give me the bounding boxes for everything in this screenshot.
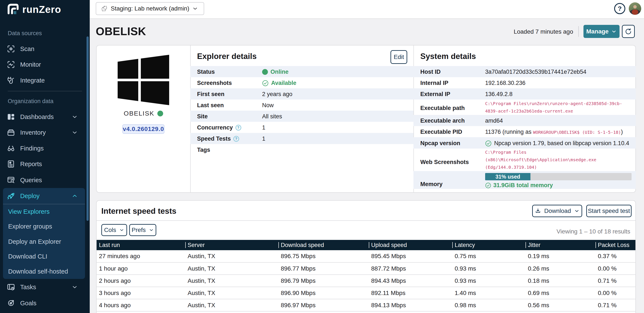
windows-logo	[118, 54, 169, 106]
org-switcher[interactable]: Staging: Lab network (admin)	[96, 2, 204, 15]
sidebar-item-reports[interactable]: Reports	[0, 157, 86, 171]
table-row: 27 minutes agoAustin, TX896.75 Mbps895.4…	[96, 250, 636, 262]
chevron-down-icon	[72, 284, 78, 290]
sidebar-item-integrate[interactable]: Integrate	[0, 74, 86, 87]
sidebar-item-deploy-an-explorer[interactable]: Deploy an Explorer	[3, 236, 85, 248]
detail-row-external-ip: External IP 136.49.2.8	[414, 88, 636, 100]
question-circle-icon[interactable]: ?	[236, 125, 241, 131]
logo-text: runZero	[22, 4, 61, 15]
table-cell: 0.93 ms	[452, 262, 526, 275]
tasks-icon	[6, 283, 16, 292]
table-cell: Austin, TX	[185, 250, 278, 262]
sidebar-item-dashboards[interactable]: Dashboards	[0, 110, 86, 124]
table-cell: 0.56 ms	[526, 299, 596, 311]
sidebar-item-scan[interactable]: Scan	[0, 42, 86, 55]
detail-row-executable-path: Executable path C:\Program Files\runZero…	[414, 100, 636, 115]
detail-row-host-id: Host ID 3a70afa01720d33c539b17441e72eb54	[414, 66, 636, 77]
table-cell: 896.79 Mbps	[278, 275, 369, 287]
manage-button[interactable]: Manage	[584, 25, 620, 38]
refresh-button[interactable]	[622, 25, 635, 38]
download-button[interactable]: Download	[532, 205, 582, 217]
sidebar-item-explorer-groups[interactable]: Explorer groups	[3, 220, 85, 232]
page-title: OBELISK	[96, 25, 146, 38]
column-header[interactable]: Latency	[452, 240, 526, 250]
table-cell: 1.40 ms	[452, 287, 526, 299]
explorer-details-title: Explorer details	[197, 52, 257, 61]
dashboards-icon	[6, 112, 16, 121]
sidebar-item-findings[interactable]: Findings	[0, 142, 86, 155]
org-switcher-icon	[101, 5, 108, 12]
memory-usage-bar: 31% used	[485, 173, 632, 180]
card-divider	[96, 220, 636, 221]
status-dot	[262, 69, 268, 75]
prefs-button[interactable]: Prefs	[129, 224, 156, 236]
sidebar-item-deploy[interactable]: Deploy	[3, 189, 85, 203]
detail-row-executable-pid: Executable PID 11376 (running as WORKGRO…	[414, 126, 636, 137]
start-speed-test-button[interactable]: Start speed test	[586, 205, 632, 217]
chevron-down-icon	[119, 227, 124, 233]
column-separator	[452, 242, 453, 248]
column-header[interactable]: Server	[185, 240, 278, 250]
sidebar-item-view-explorers[interactable]: View Explorers	[3, 206, 85, 218]
detail-row-tags: Tags	[190, 144, 414, 155]
runzero-logo-icon	[6, 2, 19, 16]
table-cell: Austin, TX	[185, 287, 278, 299]
version-badge[interactable]: v4.0.260129.0	[122, 124, 164, 134]
sidebar-item-download-cli[interactable]: Download CLI	[3, 250, 85, 262]
table-cell: 27 minutes ago	[96, 250, 185, 262]
table-cell: 0.18 ms	[526, 275, 596, 287]
help-icon[interactable]: ?	[614, 3, 625, 14]
org-switcher-label: Staging: Lab network (admin)	[111, 5, 189, 12]
sidebar-scrollbar[interactable]	[86, 36, 89, 221]
column-separator	[526, 242, 526, 248]
avatar[interactable]	[629, 2, 641, 15]
deploy-rocket-icon	[6, 191, 16, 200]
runzero-logo[interactable]: runZero	[6, 2, 61, 16]
sidebar-item-monitor[interactable]: Monitor	[0, 58, 86, 71]
chevron-down-icon	[72, 129, 78, 136]
speed-tests-title: Internet speed tests	[101, 207, 176, 216]
table-cell: 894.13 Mbps	[369, 299, 452, 311]
table-row: 1 hour agoAustin, TX896.77 Mbps887.72 Mb…	[96, 262, 636, 275]
column-header[interactable]: Jitter	[526, 240, 596, 250]
table-cell: 0.00 %	[596, 287, 636, 299]
table-cell: 0.75 ms	[452, 250, 526, 262]
edit-button[interactable]: Edit	[390, 50, 407, 64]
table-cell: Austin, TX	[185, 275, 278, 287]
chevron-down-icon	[611, 29, 617, 34]
system-details-title: System details	[420, 52, 476, 61]
table-cell: 896.90 Mbps	[278, 287, 369, 299]
table-cell: 894.43 Mbps	[369, 275, 452, 287]
cols-button[interactable]: Cols	[101, 224, 127, 236]
table-cell: 0.26 ms	[526, 262, 596, 275]
reports-icon	[6, 159, 16, 168]
header-divider	[578, 26, 579, 37]
table-cell: 0.69 ms	[526, 287, 596, 299]
column-header[interactable]: Packet Loss	[596, 240, 636, 250]
question-circle-icon[interactable]: ?	[233, 136, 239, 142]
table-cell: 4 hours ago	[96, 299, 185, 311]
download-icon	[535, 208, 541, 214]
sidebar-item-inventory[interactable]: Inventory	[0, 126, 86, 139]
table-cell: 0.71 %	[596, 275, 636, 287]
explorer-details-section: Explorer details Edit Status Online Scre…	[190, 45, 414, 192]
table-cell: 0.98 ms	[452, 299, 526, 311]
column-header[interactable]: Last run	[96, 240, 185, 250]
column-header[interactable]: Upload speed	[369, 240, 452, 250]
viewing-count: Viewing 1 – 10 of 18 results	[557, 228, 630, 235]
detail-row-concurrency: Concurrency? 1	[190, 122, 414, 133]
sidebar: runZero Data sources Scan Monitor Integr…	[0, 0, 90, 313]
online-dot	[157, 111, 163, 116]
chevron-down-icon	[574, 208, 580, 214]
table-cell: 892.11 Mbps	[369, 287, 452, 299]
column-header[interactable]: Download speed	[278, 240, 369, 250]
detail-row-internal-ip: Internal IP 192.168.30.236	[414, 77, 636, 88]
queries-icon	[6, 175, 16, 185]
sidebar-item-goals[interactable]: Goals	[0, 297, 86, 310]
sidebar-item-download-self-hosted[interactable]: Download self-hosted	[3, 265, 85, 277]
table-cell: 896.75 Mbps	[278, 250, 369, 262]
sidebar-item-tasks[interactable]: Tasks	[0, 280, 86, 294]
goals-icon	[6, 299, 16, 308]
monitor-icon	[6, 60, 16, 69]
sidebar-item-queries[interactable]: Queries	[0, 173, 86, 187]
